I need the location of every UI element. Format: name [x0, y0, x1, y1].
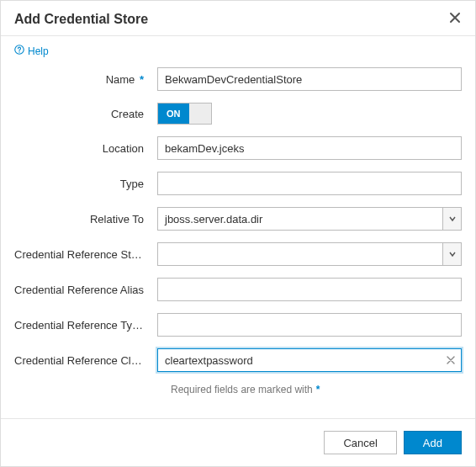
name-input[interactable]	[157, 67, 462, 91]
label-create: Create	[14, 108, 157, 120]
row-location: Location	[14, 136, 462, 160]
cred-ref-store-select[interactable]	[157, 242, 462, 266]
label-type: Type	[14, 178, 157, 190]
label-location: Location	[14, 142, 157, 155]
row-name: Name *	[14, 67, 462, 91]
dialog-header: Add Credential Store	[1, 1, 475, 36]
cred-ref-store-value	[158, 243, 442, 265]
label-relative-to: Relative To	[14, 213, 157, 226]
relative-to-value: jboss.server.data.dir	[158, 208, 442, 230]
cancel-button[interactable]: Cancel	[324, 431, 396, 454]
label-cred-ref-alias: Credential Reference Alias	[14, 284, 157, 296]
help-link[interactable]: Help	[1, 36, 475, 61]
help-label: Help	[28, 45, 49, 57]
row-cred-ref-alias: Credential Reference Alias	[14, 278, 462, 301]
row-type: Type	[14, 172, 462, 195]
row-cred-ref-clear: Credential Reference Clea…	[14, 348, 462, 372]
label-cred-ref-type: Credential Reference Type	[14, 319, 157, 332]
toggle-knob	[189, 103, 211, 124]
location-input[interactable]	[157, 136, 462, 160]
cred-ref-clear-input[interactable]	[157, 348, 462, 372]
clear-input-icon[interactable]	[445, 354, 457, 366]
label-name: Name *	[14, 73, 157, 86]
dialog-footer: Cancel Add	[1, 418, 475, 466]
create-toggle[interactable]: ON	[157, 103, 212, 125]
chevron-down-icon	[442, 243, 461, 265]
row-relative-to: Relative To jboss.server.data.dir	[14, 207, 462, 231]
required-asterisk-icon: *	[316, 384, 320, 395]
cred-ref-alias-input[interactable]	[157, 278, 462, 301]
cred-ref-type-input[interactable]	[157, 313, 462, 337]
row-create: Create ON	[14, 103, 462, 125]
dialog-title: Add Credential Store	[14, 12, 148, 27]
toggle-on-label: ON	[158, 103, 189, 124]
label-cred-ref-store: Credential Reference Store	[14, 248, 157, 261]
label-cred-ref-clear: Credential Reference Clea…	[14, 354, 157, 367]
required-note: Required fields are marked with *	[171, 384, 462, 395]
help-icon	[14, 45, 24, 57]
add-button[interactable]: Add	[404, 431, 462, 454]
relative-to-select[interactable]: jboss.server.data.dir	[157, 207, 462, 231]
svg-point-1	[19, 51, 19, 52]
type-input[interactable]	[157, 172, 462, 195]
required-asterisk-icon: *	[140, 73, 144, 86]
close-icon[interactable]	[448, 11, 462, 27]
add-credential-store-dialog: Add Credential Store Help Name * Create …	[0, 0, 476, 467]
chevron-down-icon	[442, 208, 461, 230]
row-cred-ref-store: Credential Reference Store	[14, 242, 462, 266]
form-body: Name * Create ON Location Type	[1, 61, 475, 418]
row-cred-ref-type: Credential Reference Type	[14, 313, 462, 337]
